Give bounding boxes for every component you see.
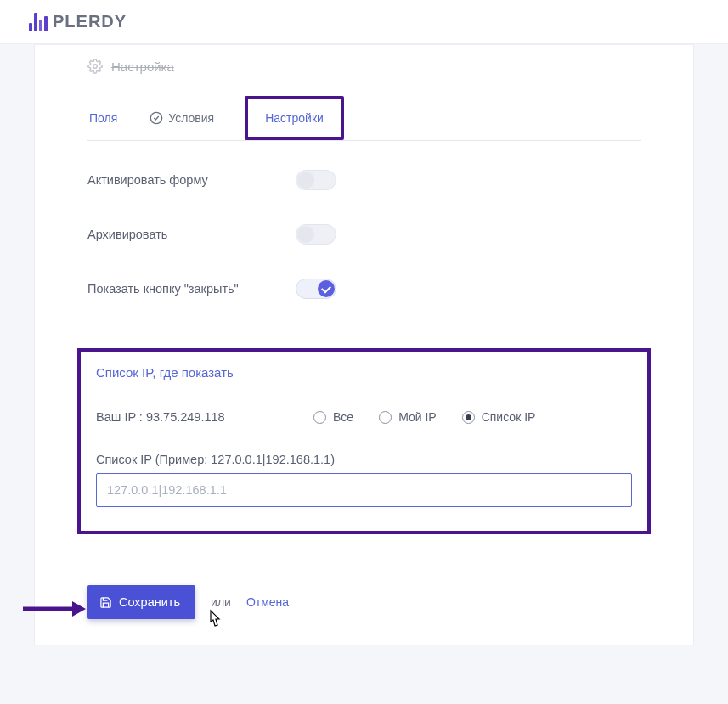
annotation-arrow-icon: [21, 599, 86, 619]
ip-radios: Все Мой IP Список IP: [313, 410, 535, 424]
cancel-link[interactable]: Отмена: [246, 595, 289, 609]
toggle-show-close[interactable]: [296, 279, 336, 299]
topbar: PLERDY: [0, 0, 728, 44]
card-header: Настройка: [35, 45, 693, 79]
svg-point-1: [151, 112, 162, 123]
tabs: Поля Условия Настройки: [87, 104, 641, 141]
brand-name: PLERDY: [53, 12, 127, 31]
your-ip: Ваш IP : 93.75.249.118: [96, 410, 266, 424]
tab-conditions-label: Условия: [168, 111, 214, 125]
footer-actions: Сохранить или Отмена: [87, 585, 641, 619]
radio-all[interactable]: Все: [313, 410, 353, 424]
ip-list-input[interactable]: [96, 473, 632, 507]
label-show-close: Показать кнопку "закрыть": [87, 282, 296, 296]
settings-rows: Активировать форму Архивировать Показать…: [35, 141, 693, 340]
gear-icon: [87, 59, 103, 74]
svg-point-0: [93, 65, 98, 69]
your-ip-value: 93.75.249.118: [146, 410, 225, 424]
label-activate-form: Активировать форму: [87, 173, 296, 187]
ip-row: Ваш IP : 93.75.249.118 Все Мой IP Список…: [96, 410, 635, 424]
ip-panel: Список IP, где показать Ваш IP : 93.75.2…: [77, 348, 651, 534]
cursor-pointer-icon: [205, 609, 223, 631]
radio-my-ip[interactable]: Мой IP: [379, 410, 437, 424]
row-archive: Архивировать: [87, 224, 641, 245]
your-ip-label: Ваш IP :: [96, 410, 146, 424]
tab-conditions[interactable]: Условия: [148, 108, 216, 128]
save-button-label: Сохранить: [119, 595, 180, 609]
toggle-archive[interactable]: [296, 224, 336, 245]
tab-settings-highlight: Настройки: [245, 96, 344, 140]
card-title: Настройка: [111, 59, 174, 74]
settings-card: Настройка Поля Условия Настройки Активир…: [34, 44, 694, 645]
save-icon: [99, 596, 112, 609]
ip-panel-title: Список IP, где показать: [96, 365, 635, 380]
or-text: или: [211, 595, 231, 609]
toggle-activate-form[interactable]: [296, 170, 336, 190]
svg-marker-3: [72, 601, 86, 617]
brand-logo: PLERDY: [29, 12, 699, 31]
radio-ip-list[interactable]: Список IP: [462, 410, 536, 424]
radio-all-label: Все: [333, 410, 353, 424]
radio-my-label: Мой IP: [398, 410, 437, 424]
tab-fields[interactable]: Поля: [87, 108, 119, 128]
save-button[interactable]: Сохранить: [87, 585, 195, 619]
row-activate-form: Активировать форму: [87, 170, 641, 190]
check-circle-icon: [150, 111, 163, 125]
row-show-close: Показать кнопку "закрыть": [87, 279, 641, 299]
logo-bars-icon: [29, 13, 48, 31]
tab-settings[interactable]: Настройки: [263, 108, 325, 128]
radio-list-label: Список IP: [482, 410, 536, 424]
label-archive: Архивировать: [87, 228, 296, 241]
ip-list-label: Список IP (Пример: 127.0.0.1|192.168.1.1…: [96, 453, 635, 466]
